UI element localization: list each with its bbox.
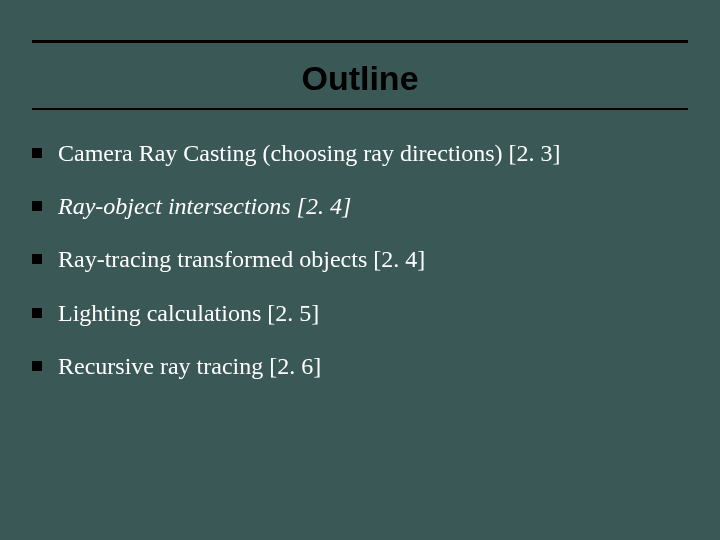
square-bullet-icon	[32, 201, 42, 211]
list-item: Ray-object intersections [2. 4]	[32, 191, 688, 222]
slide: Outline Camera Ray Casting (choosing ray…	[0, 0, 720, 540]
square-bullet-icon	[32, 308, 42, 318]
list-item-text: Lighting calculations [2. 5]	[58, 298, 319, 329]
list-item: Lighting calculations [2. 5]	[32, 298, 688, 329]
list-item-text: Camera Ray Casting (choosing ray directi…	[58, 138, 561, 169]
square-bullet-icon	[32, 148, 42, 158]
square-bullet-icon	[32, 361, 42, 371]
square-bullet-icon	[32, 254, 42, 264]
list-item: Ray-tracing transformed objects [2. 4]	[32, 244, 688, 275]
title-container: Outline	[32, 40, 688, 110]
list-item-text: Ray-object intersections [2. 4]	[58, 191, 351, 222]
list-item: Recursive ray tracing [2. 6]	[32, 351, 688, 382]
list-item: Camera Ray Casting (choosing ray directi…	[32, 138, 688, 169]
outline-list: Camera Ray Casting (choosing ray directi…	[32, 138, 688, 382]
slide-title: Outline	[32, 59, 688, 98]
list-item-text: Ray-tracing transformed objects [2. 4]	[58, 244, 425, 275]
list-item-text: Recursive ray tracing [2. 6]	[58, 351, 321, 382]
